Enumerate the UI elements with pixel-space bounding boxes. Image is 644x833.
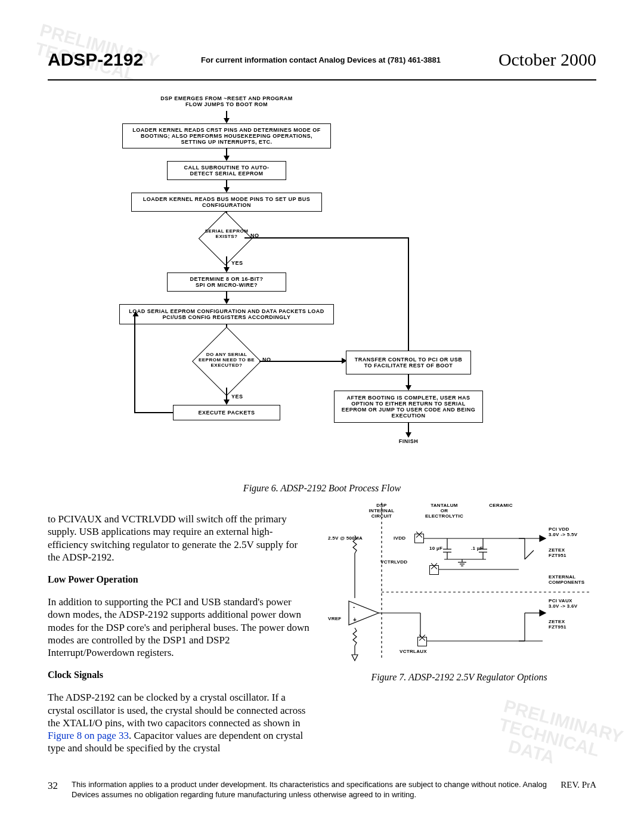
finish-label: FINISH xyxy=(394,438,423,444)
left-column: to PCIVAUX and VCTRLVDD will switch off … xyxy=(48,503,310,765)
svg-marker-33 xyxy=(352,655,358,661)
page-number: 32 xyxy=(48,780,72,792)
svg-text:+: + xyxy=(353,617,357,623)
dec1-yes: YES xyxy=(231,260,243,266)
dec2-label: DO ANY SERIAL EEPROM NEED TO BE EXECUTED… xyxy=(197,352,256,368)
svg-marker-30 xyxy=(540,610,546,616)
step1: DSP EMERGES FROM ~RESET AND PROGRAM FLOW… xyxy=(155,95,298,107)
svg-marker-1 xyxy=(540,535,546,541)
figure7-caption: Figure 7. ADSP-2192 2.5V Regulator Optio… xyxy=(328,672,590,683)
footer: 32 This information applies to a product… xyxy=(48,780,596,800)
schematic-svg: - + xyxy=(328,503,590,670)
step2: LOADER KERNEL READS CRST PINS AND DETERM… xyxy=(122,123,331,148)
step5: DETERMINE 8 OR 16-BIT? SPI OR MICRO-WIRE… xyxy=(167,272,286,292)
para1: to PCIVAUX and VCTRLVDD will switch off … xyxy=(48,513,310,563)
page: PRELIMINARY TECHNICAL PRELIMINARY TECHNI… xyxy=(0,0,644,833)
figure8-link[interactable]: Figure 8 on page 33 xyxy=(48,730,129,741)
right-column: DSP INTERNAL CIRCUIT TANTALUM OR ELECTRO… xyxy=(328,503,590,765)
subhead-clock: Clock Signals xyxy=(48,669,310,681)
flowchart: DSP EMERGES FROM ~RESET AND PROGRAM FLOW… xyxy=(54,95,590,477)
svg-text:-: - xyxy=(353,603,355,610)
circuit-diagram: DSP INTERNAL CIRCUIT TANTALUM OR ELECTRO… xyxy=(328,503,590,670)
body-columns: to PCIVAUX and VCTRLVDD will switch off … xyxy=(48,503,596,765)
footer-rev: REV. PrA xyxy=(549,780,596,790)
step4: LOADER KERNEL READS BUS MODE PINS TO SET… xyxy=(131,193,322,212)
step7: EXECUTE PACKETS xyxy=(173,405,280,420)
header-left: ADSP-2192 xyxy=(48,49,143,70)
para2: In addition to supporting the PCI and US… xyxy=(48,596,310,659)
svg-line-18 xyxy=(525,550,534,559)
header-right: October 2000 xyxy=(499,49,596,70)
step3: CALL SUBROUTINE TO AUTO-DETECT SERIAL EE… xyxy=(167,161,286,180)
footer-text: This information applies to a product un… xyxy=(72,780,549,800)
step6: LOAD SERIAL EEPROM CONFIGURATION AND DAT… xyxy=(119,304,334,324)
dec2-no: NO xyxy=(262,357,271,363)
figure6-caption: Figure 6. ADSP-2192 Boot Process Flow xyxy=(48,483,596,494)
header-center: For current information contact Analog D… xyxy=(143,55,499,64)
para3: The ADSP-2192 can be clocked by a crysta… xyxy=(48,691,310,754)
dec2-yes: YES xyxy=(231,394,243,400)
para3a: The ADSP-2192 can be clocked by a crysta… xyxy=(48,692,305,729)
page-header: ADSP-2192 For current information contac… xyxy=(48,45,596,80)
step9: AFTER BOOTING IS COMPLETE, USER HAS OPTI… xyxy=(334,391,483,423)
subhead-lowpower: Low Power Operation xyxy=(48,574,310,586)
step8: TRANSFER CONTROL TO PCI OR USB TO FACILI… xyxy=(346,351,471,374)
